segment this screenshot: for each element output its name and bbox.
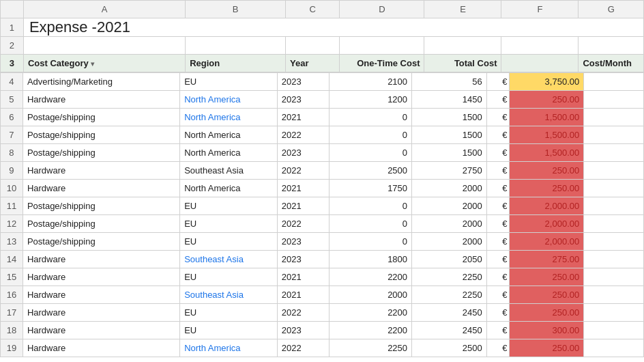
header-one-time-cost[interactable]: One-Time Cost [340, 55, 424, 72]
col-header-d[interactable]: D [340, 1, 424, 18]
total-cost-cell: 2250 [412, 286, 487, 304]
total-cost-cell: 2000 [412, 197, 487, 215]
total-cost-cell: 2450 [412, 322, 487, 339]
col-header-a[interactable]: A [23, 1, 185, 18]
region-link[interactable]: North America [184, 343, 240, 353]
total-cost-cell: 1500 [412, 144, 487, 162]
category-cell: Hardware [23, 322, 179, 339]
category-cell: Postage/shipping [23, 215, 179, 233]
euro-symbol: € [486, 109, 509, 126]
one-time-cost-cell: 0 [330, 197, 412, 215]
euro-symbol: € [486, 322, 509, 339]
category-cell: Hardware [23, 286, 179, 304]
category-cell: Postage/shipping [23, 233, 179, 251]
one-time-cost-cell: 1200 [330, 91, 412, 109]
region-cell[interactable]: North America [180, 109, 278, 126]
total-cost-cell: 2000 [412, 233, 487, 251]
year-cell: 2023 [277, 91, 330, 109]
row-num-3: 3 [1, 55, 24, 72]
region-cell[interactable]: North America [180, 339, 278, 357]
cost-month-cell[interactable]: 2,000.00 [509, 215, 584, 233]
cost-month-cell[interactable]: 1,500.00 [509, 126, 584, 144]
one-time-cost-cell: 2200 [330, 322, 412, 339]
row-num-16: 16 [1, 286, 23, 304]
euro-symbol: € [486, 197, 509, 215]
total-cost-cell: 2050 [412, 251, 487, 268]
region-cell: Southeast Asia [180, 162, 278, 180]
region-link[interactable]: Southeast Asia [184, 290, 244, 300]
category-cell: Postage/shipping [23, 109, 179, 126]
table-row: 17 Hardware EU 2022 2200 2450 € 250.00 [1, 304, 644, 322]
year-cell: 2021 [277, 268, 330, 286]
one-time-cost-cell: 2100 [330, 73, 412, 91]
col-header-g[interactable]: G [579, 1, 644, 18]
category-cell: Postage/shipping [23, 126, 179, 144]
cost-month-cell[interactable]: 250.00 [509, 180, 584, 197]
cost-month-cell[interactable]: 3,750.00 [509, 73, 584, 91]
year-cell: 2022 [277, 162, 330, 180]
cost-month-cell[interactable]: 300.00 [509, 322, 584, 339]
euro-symbol: € [486, 91, 509, 109]
cost-month-cell[interactable]: 250.00 [509, 286, 584, 304]
row-num-1: 1 [1, 18, 24, 37]
row-num-8: 8 [1, 144, 23, 162]
total-cost-cell: 2000 [412, 215, 487, 233]
header-cost-month[interactable]: Cost/Month [579, 55, 644, 72]
region-cell[interactable]: Southeast Asia [180, 286, 278, 304]
row-num-15: 15 [1, 268, 23, 286]
table-row: 18 Hardware EU 2023 2200 2450 € 300.00 [1, 322, 644, 339]
col-header-e[interactable]: E [424, 1, 501, 18]
region-cell[interactable]: North America [180, 91, 278, 109]
euro-symbol: € [486, 144, 509, 162]
cost-month-cell[interactable]: 250.00 [509, 339, 584, 357]
region-cell: North America [180, 180, 278, 197]
cost-month-cell[interactable]: 250.00 [509, 304, 584, 322]
cost-month-cell[interactable]: 1,500.00 [509, 109, 584, 126]
category-cell: Hardware [23, 91, 179, 109]
filter-arrow-icon[interactable]: ▾ [91, 60, 94, 68]
cost-month-cell[interactable]: 2,000.00 [509, 233, 584, 251]
cost-month-cell[interactable]: 1,500.00 [509, 144, 584, 162]
year-cell: 2022 [277, 126, 330, 144]
euro-symbol: € [486, 73, 509, 91]
header-cost-category[interactable]: Cost Category ▾ [23, 55, 185, 72]
total-cost-cell: 1500 [412, 126, 487, 144]
category-cell: Hardware [23, 339, 179, 357]
one-time-cost-cell: 1800 [330, 251, 412, 268]
cost-month-cell[interactable]: 250.00 [509, 268, 584, 286]
region-cell: EU [180, 322, 278, 339]
cost-month-cell[interactable]: 250.00 [509, 91, 584, 109]
cost-month-cell[interactable]: 275.00 [509, 251, 584, 268]
region-link[interactable]: North America [184, 94, 240, 105]
col-header-c[interactable]: C [286, 1, 340, 18]
col-header-f[interactable]: F [501, 1, 579, 18]
cost-month-cell[interactable]: 2,000.00 [509, 197, 584, 215]
region-cell: EU [180, 73, 278, 91]
region-cell: EU [180, 233, 278, 251]
row-num-18: 18 [1, 322, 23, 339]
header-region[interactable]: Region [186, 55, 286, 72]
spreadsheet-title[interactable]: Expense -2021 [23, 18, 643, 37]
table-row: 4 Advertising/Marketing EU 2023 2100 56 … [1, 73, 644, 91]
region-link[interactable]: Southeast Asia [184, 254, 244, 264]
cost-month-cell[interactable]: 250.00 [509, 162, 584, 180]
one-time-cost-cell: 0 [330, 215, 412, 233]
total-cost-cell: 2000 [412, 180, 487, 197]
year-cell: 2023 [277, 322, 330, 339]
region-link[interactable]: North America [184, 112, 240, 122]
col-header-b[interactable]: B [186, 1, 286, 18]
header-total-cost[interactable]: Total Cost [424, 55, 501, 72]
region-cell[interactable]: Southeast Asia [180, 251, 278, 268]
table-row: 13 Postage/shipping EU 2023 0 2000 € 2,0… [1, 233, 644, 251]
table-row: 16 Hardware Southeast Asia 2021 2000 225… [1, 286, 644, 304]
region-cell: EU [180, 215, 278, 233]
row-num-10: 10 [1, 180, 23, 197]
total-cost-cell: 56 [412, 73, 487, 91]
table-row: 19 Hardware North America 2022 2250 2500… [1, 339, 644, 357]
row-num-11: 11 [1, 197, 23, 215]
header-year[interactable]: Year [286, 55, 340, 72]
empty-row-2: 2 [1, 37, 644, 55]
row-num-2: 2 [1, 37, 24, 55]
region-cell: EU [180, 197, 278, 215]
category-cell: Hardware [23, 180, 179, 197]
